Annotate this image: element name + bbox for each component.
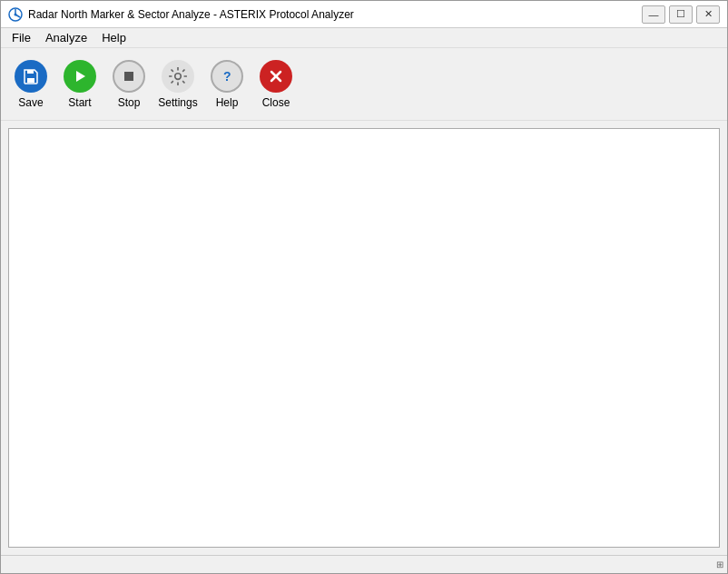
stop-button[interactable]: Stop [106,54,152,115]
window-title: Radar North Marker & Sector Analyze - AS… [28,8,354,21]
title-bar-controls: — ☐ ✕ [642,5,720,24]
menu-analyze[interactable]: Analyze [38,29,94,46]
main-window: Radar North Marker & Sector Analyze - AS… [0,0,728,574]
app-icon [8,7,23,22]
settings-label: Settings [158,96,197,109]
svg-marker-6 [76,71,85,82]
stop-icon [113,60,145,93]
svg-point-3 [15,13,17,15]
menu-bar: File Analyze Help [1,28,727,48]
minimize-button[interactable]: — [642,5,665,24]
start-label: Start [68,96,91,109]
save-label: Save [18,96,43,109]
svg-point-8 [175,73,182,79]
help-icon: ? [211,60,243,93]
svg-text:?: ? [223,69,231,84]
svg-rect-4 [27,78,34,83]
settings-button[interactable]: Settings [155,54,201,115]
menu-help[interactable]: Help [94,29,133,46]
window-close-button[interactable]: ✕ [696,5,720,24]
stop-label: Stop [118,96,141,109]
svg-rect-5 [27,70,34,74]
title-bar: Radar North Marker & Sector Analyze - AS… [1,1,727,28]
svg-rect-7 [124,72,133,81]
title-bar-left: Radar North Marker & Sector Analyze - AS… [8,7,354,22]
close-label: Close [262,96,290,109]
save-button[interactable]: Save [8,54,54,115]
save-icon [15,60,47,93]
help-label: Help [216,96,239,109]
close-button[interactable]: Close [253,54,299,115]
toolbar: Save Start Stop [1,48,727,121]
start-icon [64,60,96,93]
content-area [1,121,727,555]
maximize-button[interactable]: ☐ [669,5,693,24]
menu-file[interactable]: File [5,29,38,46]
content-box [8,128,720,548]
status-bar: ⊞ [1,555,727,573]
help-button[interactable]: ? Help [204,54,250,115]
start-button[interactable]: Start [57,54,103,115]
settings-icon [162,60,194,93]
status-text: ⊞ [716,559,723,569]
close-icon [260,60,292,93]
